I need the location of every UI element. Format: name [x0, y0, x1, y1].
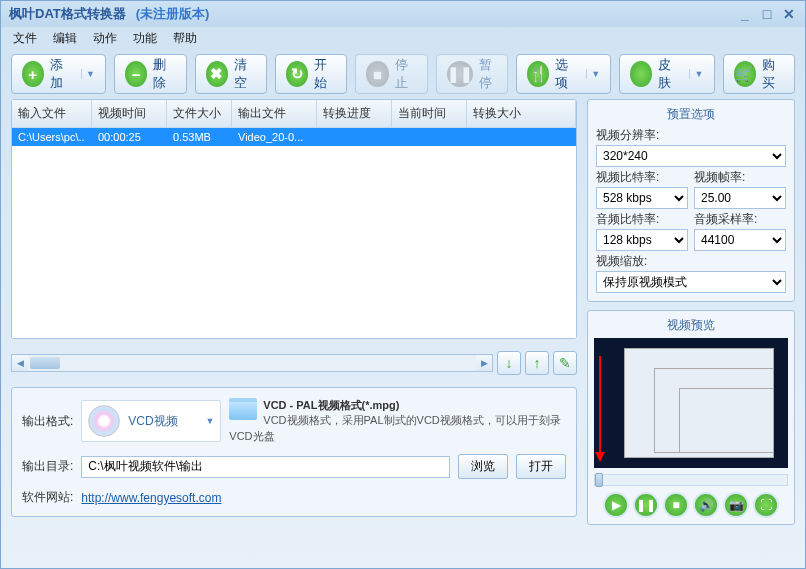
mute-button[interactable]: 🔊	[693, 492, 719, 518]
vbitrate-select[interactable]: 528 kbps	[596, 187, 688, 209]
stop-preview-button[interactable]: ■	[663, 492, 689, 518]
list-controls: ◀ ▶ ↓ ↑ ✎	[11, 347, 577, 379]
fullscreen-button[interactable]: ⛶	[753, 492, 779, 518]
cart-icon: 🛒	[734, 61, 756, 87]
vfps-label: 视频帧率:	[694, 169, 786, 186]
outdir-label: 输出目录:	[22, 458, 73, 475]
open-button[interactable]: 打开	[516, 454, 566, 479]
website-link[interactable]: http://www.fengyesoft.com	[81, 491, 221, 505]
scale-select[interactable]: 保持原视频模式	[596, 271, 786, 293]
menu-file[interactable]: 文件	[7, 28, 43, 49]
chevron-down-icon: ▼	[205, 416, 214, 426]
refresh-icon: ↻	[286, 61, 308, 87]
maximize-button[interactable]: □	[759, 6, 775, 22]
preview-title: 视频预览	[594, 317, 788, 334]
asample-select[interactable]: 44100	[694, 229, 786, 251]
menubar: 文件 编辑 动作 功能 帮助	[1, 27, 805, 49]
preset-panel: 预置选项 视频分辨率: 320*240 视频比特率:528 kbps 视频帧率:…	[587, 99, 795, 302]
abitrate-select[interactable]: 128 kbps	[596, 229, 688, 251]
chevron-down-icon[interactable]: ▼	[81, 69, 95, 79]
stop-button[interactable]: ■停止	[355, 54, 427, 94]
folder-icon	[229, 398, 257, 420]
scroll-left-icon[interactable]: ◀	[12, 355, 28, 371]
horizontal-scrollbar[interactable]: ◀ ▶	[11, 354, 493, 372]
titlebar: 枫叶DAT格式转换器 (未注册版本) _ □ ✕	[1, 1, 805, 27]
tools-icon: 🍴	[527, 61, 549, 87]
res-label: 视频分辨率:	[596, 127, 786, 144]
pause-icon: ❚❚	[447, 61, 473, 87]
col-size[interactable]: 文件大小	[167, 100, 232, 127]
edit-item-button[interactable]: ✎	[553, 351, 577, 375]
resolution-select[interactable]: 320*240	[596, 145, 786, 167]
window-controls: _ □ ✕	[737, 6, 797, 22]
site-label: 软件网站:	[22, 489, 73, 506]
stop-icon: ■	[366, 61, 388, 87]
file-list-panel: 输入文件 视频时间 文件大小 输出文件 转换进度 当前时间 转换大小 C:\Us…	[11, 99, 577, 339]
version-text: (未注册版本)	[136, 5, 210, 23]
snapshot-button[interactable]: 📷	[723, 492, 749, 518]
app-window: 枫叶DAT格式转换器 (未注册版本) _ □ ✕ 文件 编辑 动作 功能 帮助 …	[0, 0, 806, 569]
col-convsize[interactable]: 转换大小	[467, 100, 576, 127]
move-up-button[interactable]: ↑	[525, 351, 549, 375]
scale-label: 视频缩放:	[596, 253, 786, 270]
plus-icon: +	[22, 61, 44, 87]
col-output[interactable]: 输出文件	[232, 100, 317, 127]
table-body[interactable]: C:\Users\pc\.. 00:00:25 0.53MB Video_20-…	[12, 128, 576, 338]
menu-action[interactable]: 动作	[87, 28, 123, 49]
col-curtime[interactable]: 当前时间	[392, 100, 467, 127]
delete-button[interactable]: −删除	[114, 54, 186, 94]
clear-icon: ✖	[206, 61, 228, 87]
preview-slider[interactable]	[594, 474, 788, 486]
minimize-button[interactable]: _	[737, 6, 753, 22]
asample-label: 音频采样率:	[694, 211, 786, 228]
clear-button[interactable]: ✖清空	[195, 54, 267, 94]
col-input[interactable]: 输入文件	[12, 100, 92, 127]
scroll-right-icon[interactable]: ▶	[476, 355, 492, 371]
move-down-button[interactable]: ↓	[497, 351, 521, 375]
chevron-down-icon[interactable]: ▼	[689, 69, 703, 79]
abitrate-label: 音频比特率:	[596, 211, 688, 228]
output-dir-input[interactable]	[81, 456, 450, 478]
vbitrate-label: 视频比特率:	[596, 169, 688, 186]
skin-button[interactable]: 皮肤▼	[619, 54, 714, 94]
menu-function[interactable]: 功能	[127, 28, 163, 49]
toolbar: +添加▼ −删除 ✖清空 ↻开始 ■停止 ❚❚暂停 🍴选项▼ 皮肤▼ 🛒购买	[1, 49, 805, 99]
pause-preview-button[interactable]: ❚❚	[633, 492, 659, 518]
start-button[interactable]: ↻开始	[275, 54, 347, 94]
col-progress[interactable]: 转换进度	[317, 100, 392, 127]
minus-icon: −	[125, 61, 147, 87]
format-description: VCD - PAL视频格式(*.mpg) VCD视频格式，采用PAL制式的VCD…	[229, 398, 566, 444]
close-button[interactable]: ✕	[781, 6, 797, 22]
vfps-select[interactable]: 25.00	[694, 187, 786, 209]
table-row[interactable]: C:\Users\pc\.. 00:00:25 0.53MB Video_20-…	[12, 128, 576, 146]
table-header: 输入文件 视频时间 文件大小 输出文件 转换进度 当前时间 转换大小	[12, 100, 576, 128]
arrow-annotation	[599, 356, 601, 461]
chevron-down-icon[interactable]: ▼	[586, 69, 600, 79]
buy-button[interactable]: 🛒购买	[723, 54, 795, 94]
slider-knob[interactable]	[595, 473, 603, 487]
add-button[interactable]: +添加▼	[11, 54, 106, 94]
menu-help[interactable]: 帮助	[167, 28, 203, 49]
preview-video	[594, 338, 788, 468]
options-button[interactable]: 🍴选项▼	[516, 54, 611, 94]
menu-edit[interactable]: 编辑	[47, 28, 83, 49]
browse-button[interactable]: 浏览	[458, 454, 508, 479]
format-selector[interactable]: VCD视频 ▼	[81, 400, 221, 442]
preset-title: 预置选项	[596, 106, 786, 123]
cd-icon	[88, 405, 120, 437]
col-duration[interactable]: 视频时间	[92, 100, 167, 127]
preview-controls: ▶ ❚❚ ■ 🔊 📷 ⛶	[594, 492, 788, 518]
play-button[interactable]: ▶	[603, 492, 629, 518]
output-panel: 输出格式: VCD视频 ▼ VCD - PAL视频格式(*.mpg) VCD视频…	[11, 387, 577, 517]
pause-button[interactable]: ❚❚暂停	[436, 54, 508, 94]
format-label: 输出格式:	[22, 413, 73, 430]
scroll-thumb[interactable]	[30, 357, 60, 369]
app-title: 枫叶DAT格式转换器	[9, 5, 126, 23]
apple-icon	[630, 61, 652, 87]
preview-panel: 视频预览 ▶ ❚❚ ■ 🔊 📷 ⛶	[587, 310, 795, 525]
